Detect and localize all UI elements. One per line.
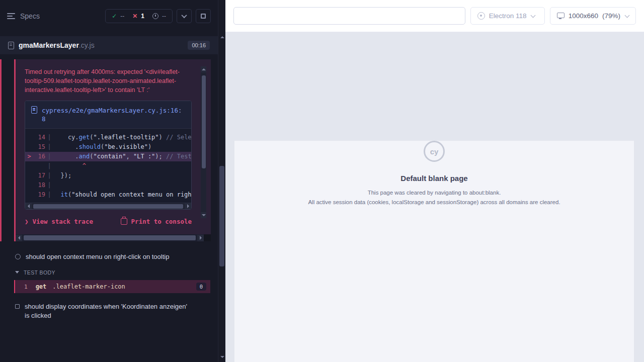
test-error-panel: Timed out retrying after 4000ms: expecte… xyxy=(14,59,211,241)
spec-name[interactable]: gmaMarkersLayer.cy.js xyxy=(19,41,95,49)
test-body-toggle[interactable]: TEST BODY xyxy=(0,265,218,279)
chevron-down-icon xyxy=(625,13,630,18)
reporter-scroll-area: Timed out retrying after 4000ms: expecte… xyxy=(0,54,218,362)
url-input[interactable] xyxy=(233,7,465,25)
stack-trace-label: View stack trace xyxy=(33,218,93,225)
scroll-thumb[interactable] xyxy=(202,75,206,168)
scroll-down-arrow[interactable] xyxy=(201,212,206,218)
scroll-up-arrow[interactable] xyxy=(220,34,224,39)
scroll-right-arrow[interactable] xyxy=(185,203,191,210)
code-line: >16| .and("contain", "LT :"); // Test xyxy=(25,152,191,161)
printer-icon xyxy=(121,218,127,225)
spec-name-ext: .cy.js xyxy=(79,41,95,49)
chevron-down-icon xyxy=(181,13,187,18)
scroll-up-arrow[interactable] xyxy=(201,66,206,72)
spec-name-base: gmaMarkersLayer xyxy=(19,41,79,49)
blank-page-line2: All active session data (cookies, localS… xyxy=(234,198,634,206)
runner-panel: Electron 118 1000x660 (79%) cy Default b… xyxy=(225,0,644,362)
code-frame-code: 14| cy.get(".leaflet-tooltip") // Sele 1… xyxy=(25,129,191,203)
command-number: 1 xyxy=(24,284,28,290)
command-message: .leaflet-marker-icon xyxy=(52,283,125,290)
stat-pending: -- xyxy=(152,13,166,20)
electron-browser-icon xyxy=(477,12,485,20)
scroll-thumb[interactable] xyxy=(33,204,183,209)
spec-header: gmaMarkersLayer.cy.js 00:16 xyxy=(0,36,218,54)
pending-count: -- xyxy=(162,13,166,20)
test-running-icon xyxy=(15,254,21,259)
check-icon: ✓ xyxy=(112,13,117,20)
test-list: should open context menu on right-click … xyxy=(0,248,218,324)
code-line: 17| }); xyxy=(25,171,191,180)
view-stack-trace-link[interactable]: ❯ View stack trace xyxy=(25,218,93,225)
reporter-scrollbar[interactable] xyxy=(218,0,225,362)
error-message: Timed out retrying after 4000ms: expecte… xyxy=(25,67,192,95)
viewport-selector[interactable]: 1000x660 (79%) xyxy=(550,7,636,25)
chevron-down-icon xyxy=(531,13,536,18)
stop-icon xyxy=(201,14,206,19)
code-line: 19| it("should open context menu on righ xyxy=(25,190,191,200)
scroll-left-arrow[interactable] xyxy=(16,235,22,241)
specs-label: Specs xyxy=(20,12,40,20)
scroll-thumb[interactable] xyxy=(219,166,224,266)
aut-stage: cy Default blank page This page was clea… xyxy=(225,32,644,362)
chevron-down-icon xyxy=(15,271,19,276)
code-line: | ^ xyxy=(25,161,191,171)
scroll-track xyxy=(201,72,206,212)
scroll-right-arrow[interactable] xyxy=(197,235,204,241)
blank-page-content: cy Default blank page This page was clea… xyxy=(234,141,634,206)
test-item-queued[interactable]: should display coordinates when 'Koordin… xyxy=(0,298,218,324)
error-file-link[interactable]: cypress/e2e/gmaMarkersLayer.cy.js:16:8 xyxy=(42,106,185,123)
scrollbar-corner xyxy=(204,234,211,241)
command-count-badge: 0 xyxy=(196,283,206,291)
code-line: 18| xyxy=(25,180,191,190)
specs-list-icon xyxy=(7,13,15,19)
test-item-running[interactable]: should open context menu on right-click … xyxy=(0,248,218,265)
scroll-thumb[interactable] xyxy=(24,235,196,240)
cypress-logo: cy xyxy=(424,141,445,162)
clock-icon xyxy=(152,13,158,19)
stop-tests-button[interactable] xyxy=(196,9,211,23)
code-frame-header: cypress/e2e/gmaMarkersLayer.cy.js:16:8 xyxy=(25,101,191,129)
test-body-label: TEST BODY xyxy=(24,269,55,276)
spec-file-icon xyxy=(8,42,14,49)
stat-passed: ✓ -- xyxy=(112,13,124,20)
blank-page-title: Default blank page xyxy=(234,174,634,183)
browser-label: Electron 118 xyxy=(489,12,527,20)
code-horizontal-scrollbar[interactable] xyxy=(25,203,191,209)
error-vertical-scrollbar[interactable] xyxy=(201,66,206,218)
code-file-icon xyxy=(31,106,37,114)
error-horizontal-scrollbar[interactable] xyxy=(16,234,204,241)
viewport-zoom: (79%) xyxy=(602,12,620,20)
viewport-size: 1000x660 xyxy=(569,12,598,20)
reporter-header: Specs ✓ -- ✕ 1 -- xyxy=(0,0,218,32)
test-stats: ✓ -- ✕ 1 -- xyxy=(105,9,173,23)
code-frame: cypress/e2e/gmaMarkersLayer.cy.js:16:8 1… xyxy=(25,101,192,210)
code-line: 15| .should("be.visible") xyxy=(25,142,191,152)
browser-selector[interactable]: Electron 118 xyxy=(470,7,545,25)
browser-bar: Electron 118 1000x660 (79%) xyxy=(225,0,644,32)
failed-count: 1 xyxy=(141,13,144,20)
test-title: should display coordinates when 'Koordin… xyxy=(25,302,193,320)
scroll-down-arrow[interactable] xyxy=(220,354,224,358)
passed-count: -- xyxy=(120,13,124,20)
test-title: should open context menu on right-click … xyxy=(26,252,169,261)
scroll-left-arrow[interactable] xyxy=(25,203,32,210)
collapse-button[interactable] xyxy=(177,9,192,23)
aut-iframe[interactable]: cy Default blank page This page was clea… xyxy=(234,141,634,362)
failed-test-edge xyxy=(0,59,2,241)
print-label: Print to console xyxy=(131,218,192,225)
x-icon: ✕ xyxy=(132,13,137,20)
stat-failed: ✕ 1 xyxy=(132,13,144,20)
viewport-icon xyxy=(557,13,565,18)
reporter-panel: Specs ✓ -- ✕ 1 -- gmaMarkersLayer.cy.js xyxy=(0,0,218,362)
command-log-entry[interactable]: 1 get .leaflet-marker-icon 0 xyxy=(14,280,210,293)
blank-page-line1: This page was cleared by navigating to a… xyxy=(234,189,634,197)
spec-duration-badge: 00:16 xyxy=(188,41,210,50)
error-actions: ❯ View stack trace Print to console xyxy=(25,218,192,225)
specs-menu-button[interactable]: Specs xyxy=(7,12,40,20)
chevron-right-icon: ❯ xyxy=(25,218,29,225)
command-name: get xyxy=(36,283,47,290)
test-queued-icon xyxy=(15,304,20,309)
code-line: 14| cy.get(".leaflet-tooltip") // Sele xyxy=(25,133,191,142)
print-to-console-button[interactable]: Print to console xyxy=(121,218,192,225)
